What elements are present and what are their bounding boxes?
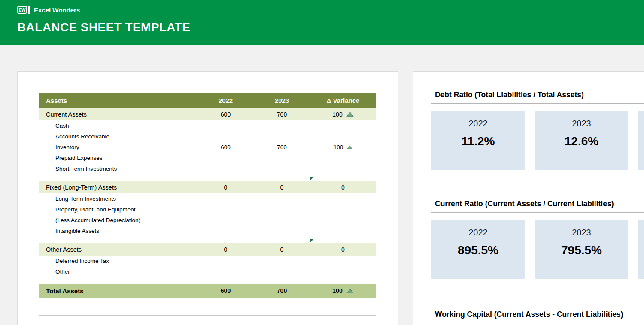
metric-title: Current Ratio (Current Assets / Current … <box>435 199 644 208</box>
value-2022: 600 <box>197 108 254 120</box>
table-section-row: Current Assets 600 700 100 <box>39 108 376 120</box>
value-2023: 700 <box>254 108 310 120</box>
metric-title: Debt Ratio (Total Liabilities / Total As… <box>435 90 644 99</box>
metric-value: 895.5% <box>431 244 525 257</box>
value-2022: 0 <box>197 181 254 193</box>
metric-card-partial <box>638 111 644 170</box>
column-header-variance: Δ Variance <box>310 93 376 108</box>
table-item-row: Long-Term Investments <box>39 193 376 204</box>
table-item-row: Inventory 600 700 100 <box>39 142 376 153</box>
trend-up-icon <box>346 289 354 293</box>
table-section-row: Other Assets 0 0 0 <box>39 243 376 256</box>
excel-wonders-logo-icon: EW <box>17 6 30 14</box>
table-item-row: Deferred Income Tax <box>39 256 376 266</box>
balance-sheet-card: Assets 2022 2023 Δ Variance Current Asse… <box>17 71 398 325</box>
value-2023-cell[interactable] <box>254 204 310 215</box>
item-label: Prepaid Expenses <box>39 153 197 163</box>
value-2022-cell[interactable] <box>197 193 254 204</box>
variance-cell <box>310 131 376 142</box>
value-2022-cell[interactable] <box>197 120 254 131</box>
item-label: Cash <box>39 120 197 131</box>
value-2023-cell[interactable] <box>254 256 310 266</box>
value-2022-cell[interactable] <box>197 153 254 163</box>
app-header: EW Excel Wonders BALANCE SHEET TEMPLATE <box>0 0 644 45</box>
section-divider <box>39 315 376 316</box>
variance-value: 0 <box>341 184 345 191</box>
logo-bar <box>28 6 30 14</box>
variance-cell <box>310 153 376 163</box>
variance-cell: 100 <box>310 108 376 120</box>
value-2023-cell[interactable] <box>254 266 310 277</box>
value-2023-cell[interactable] <box>254 193 310 204</box>
table-item-row: Other <box>39 266 376 277</box>
metric-card: 2023 795.5% <box>535 220 628 279</box>
variance-value: 100 <box>334 144 343 150</box>
table-spacer-row <box>39 277 376 284</box>
value-2022-cell[interactable] <box>197 266 254 277</box>
variance-cell <box>310 120 376 131</box>
section-label: Other Assets <box>39 243 197 256</box>
item-label: Deferred Income Tax <box>39 256 197 266</box>
variance-cell: 0 <box>310 181 376 193</box>
value-2022-cell[interactable] <box>197 131 254 142</box>
variance-cell <box>310 193 376 204</box>
item-label: Intangible Assets <box>39 226 197 236</box>
value-2022-cell[interactable] <box>197 256 254 266</box>
table-total-row: Total Assets 600 700 100 <box>39 284 376 298</box>
value-2023-cell[interactable]: 700 <box>254 142 310 153</box>
value-2022-cell[interactable]: 600 <box>197 142 254 153</box>
table-item-row: (Less Accumulated Depreciation) <box>39 215 376 226</box>
metric-cards: 2022 895.5% 2023 795.5% <box>431 220 644 279</box>
value-2023-cell[interactable] <box>254 215 310 226</box>
table-item-row: Cash <box>39 120 376 131</box>
value-2023-cell[interactable] <box>254 131 310 142</box>
value-2023-cell[interactable] <box>254 120 310 131</box>
metric-card: 2022 11.2% <box>431 111 525 170</box>
metric-title: Working Capital (Current Assets - Curren… <box>435 310 644 319</box>
table-item-row: Prepaid Expenses <box>39 153 376 163</box>
cell-flag-corner-icon <box>310 239 313 243</box>
item-label: (Less Accumulated Depreciation) <box>39 215 197 226</box>
logo-monogram: EW <box>17 6 27 14</box>
metric-year: 2022 <box>431 119 525 129</box>
table-spacer-row <box>39 236 376 243</box>
value-2023: 0 <box>254 181 310 193</box>
metric-value: 12.6% <box>535 135 628 148</box>
column-header-2023: 2023 <box>254 93 310 108</box>
variance-value: 100 <box>332 111 342 118</box>
item-label: Long-Term Investments <box>39 193 197 204</box>
metric-value: 795.5% <box>535 244 628 257</box>
metric-year: 2022 <box>431 228 525 238</box>
metric-section: Current Ratio (Current Assets / Current … <box>431 199 644 279</box>
column-header-assets: Assets <box>39 93 197 108</box>
total-2022: 600 <box>197 284 254 298</box>
trend-up-icon <box>347 145 352 149</box>
variance-cell <box>310 256 376 266</box>
table-item-row: Intangible Assets <box>39 226 376 236</box>
value-2023-cell[interactable] <box>254 153 310 163</box>
metrics-panel: Debt Ratio (Total Liabilities / Total As… <box>413 71 644 325</box>
section-label: Fixed (Long-Term) Assets <box>39 181 197 193</box>
metric-value: 11.2% <box>431 135 525 148</box>
metric-cards: 2022 11.2% 2023 12.6% <box>431 111 644 170</box>
brand-name: Excel Wonders <box>34 6 80 14</box>
value-2022-cell[interactable] <box>197 226 254 236</box>
metrics-list: Debt Ratio (Total Liabilities / Total As… <box>431 90 644 323</box>
metric-section: Debt Ratio (Total Liabilities / Total As… <box>431 90 644 170</box>
trend-up-icon <box>346 112 354 117</box>
metric-card: 2023 12.6% <box>535 111 628 170</box>
value-2022-cell[interactable] <box>197 163 254 174</box>
value-2023-cell[interactable] <box>254 163 310 174</box>
value-2023: 0 <box>254 243 310 256</box>
value-2022: 0 <box>197 243 254 256</box>
value-2022-cell[interactable] <box>197 204 254 215</box>
value-2023-cell[interactable] <box>254 226 310 236</box>
item-label: Other <box>39 266 197 277</box>
table-item-row: Property, Plant, and Equipment <box>39 204 376 215</box>
brand: EW Excel Wonders <box>17 6 644 14</box>
metric-card: 2022 895.5% <box>431 220 525 279</box>
table-section-row: Fixed (Long-Term) Assets 0 0 0 <box>39 181 376 193</box>
table-spacer-row <box>39 174 376 181</box>
value-2022-cell[interactable] <box>197 215 254 226</box>
item-label: Short-Term Investments <box>39 163 197 174</box>
